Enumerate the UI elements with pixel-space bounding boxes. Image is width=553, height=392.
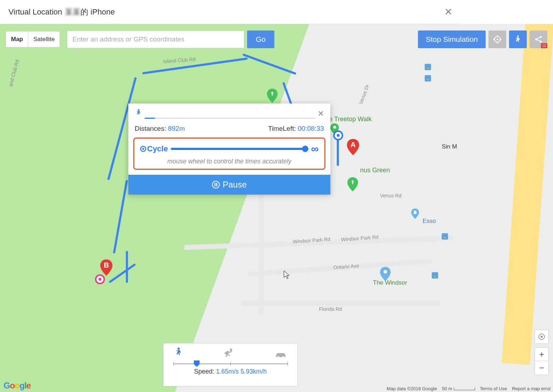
green-label: nus Green <box>360 167 390 174</box>
road-label: Florida Rd <box>319 306 342 312</box>
bus-icon: 🚌 <box>442 233 448 240</box>
timeleft-label: TimeLeft: <box>268 125 296 132</box>
route-path <box>126 251 128 283</box>
target-dot <box>95 274 105 284</box>
search-input[interactable] <box>67 30 244 48</box>
bus-icon: 🚌 <box>425 75 431 82</box>
cycle-slider-handle[interactable] <box>302 146 308 152</box>
marker-a: A <box>347 139 359 155</box>
svg-point-1 <box>384 270 387 274</box>
map-tab[interactable]: Map <box>6 32 28 47</box>
distances-label: Distances: <box>135 125 166 132</box>
road <box>241 301 440 306</box>
cycle-slider[interactable] <box>171 148 308 150</box>
go-button[interactable]: Go <box>247 30 274 48</box>
cursor-icon <box>284 270 291 280</box>
cycle-hint: mouse wheel to control the times accurat… <box>140 158 319 165</box>
cycle-highlight-box: Cycle ∞ mouse wheel to control the times… <box>133 138 325 170</box>
route-path <box>113 180 128 253</box>
target-icon <box>140 146 146 152</box>
svg-point-0 <box>333 126 336 129</box>
sim-info-row: Distances: 892m TimeLeft: 00:08:33 <box>128 120 330 138</box>
app-title: Virtual Location <box>9 7 62 17</box>
infinity-icon: ∞ <box>311 144 319 154</box>
stop-simulation-button[interactable]: Stop Simulation <box>418 30 461 48</box>
bus-icon: 🚌 <box>432 272 438 279</box>
marker-b: B <box>100 259 113 276</box>
road-label: Venus Dr <box>358 84 370 105</box>
svg-text:A: A <box>351 141 356 149</box>
pause-icon <box>212 181 220 189</box>
poi-pin-gas <box>411 208 419 219</box>
title-bar: Virtual Location 某某的 iPhone ✕ <box>0 0 461 24</box>
poi-pin <box>267 89 278 103</box>
road-label: and Club Rd <box>7 59 20 87</box>
esso-label: Esso <box>423 218 436 225</box>
map-type-toggle: Map Satellite <box>6 31 60 47</box>
cycle-label: Cycle <box>140 144 168 153</box>
simulation-panel: ✕ Distances: 892m TimeLeft: 00:08:33 Cyc… <box>128 103 330 195</box>
close-icon[interactable]: ✕ <box>444 7 452 17</box>
toolbar: Map Satellite Go Stop Simulation 10 <box>6 30 461 48</box>
svg-rect-2 <box>414 211 416 214</box>
route-path <box>242 54 296 75</box>
svg-text:B: B <box>104 261 109 269</box>
sin-label: Sin M <box>442 143 457 150</box>
current-position-dot <box>333 130 343 140</box>
road-label: Venus Rd <box>380 193 402 198</box>
poi-pin <box>347 177 358 191</box>
distances-value: 892m <box>168 125 185 132</box>
road-label: Island Club Rd <box>163 56 196 64</box>
svg-point-15 <box>142 148 144 150</box>
satellite-tab[interactable]: Satellite <box>28 32 60 47</box>
bus-icon: 🚌 <box>425 64 431 70</box>
route-path <box>337 138 339 166</box>
poi-pin-generic <box>380 267 391 281</box>
pause-button[interactable]: Pause <box>128 175 330 195</box>
walk-icon <box>135 108 143 120</box>
svg-point-13 <box>138 109 140 111</box>
road-label: Ontario Ave <box>333 263 359 270</box>
windsor-label: The Windsor <box>373 279 407 286</box>
panel-close-button[interactable]: ✕ <box>318 109 324 120</box>
progress-bar <box>145 118 315 119</box>
timeleft-value: 00:08:33 <box>298 125 324 132</box>
device-name: 某某的 iPhone <box>65 7 115 17</box>
